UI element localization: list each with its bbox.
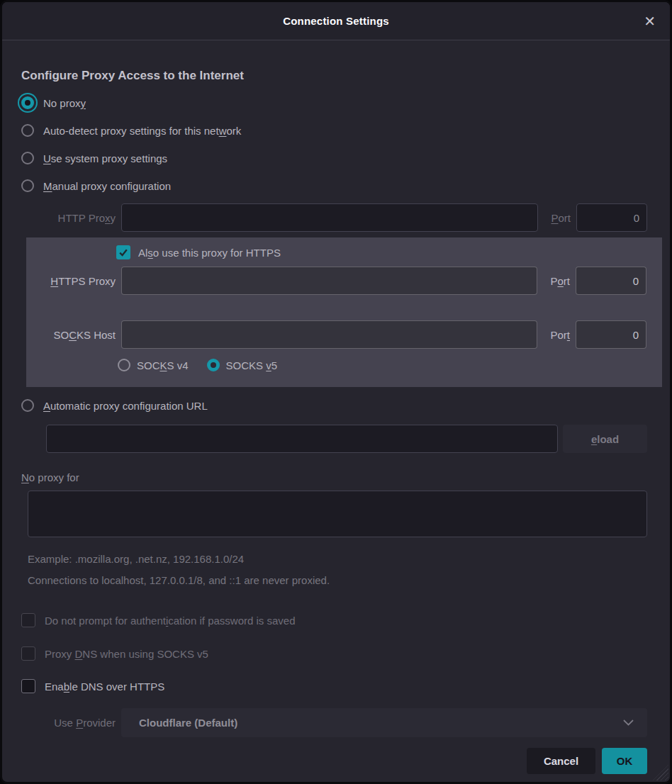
socks-host-input[interactable] [121,320,537,349]
doh-provider-row: Use Provider Cloudflare (Default) [21,708,647,737]
no-proxy-for-textarea[interactable] [28,491,647,537]
https-proxy-row: HTTPS Proxy Port [27,267,646,295]
http-proxy-row: HTTP Proxy Port [21,203,647,232]
socks-port-label: Port [543,329,570,341]
reload-button[interactable]: eload [563,425,647,453]
http-proxy-label: HTTP Proxy [27,212,116,224]
page-title: Configure Proxy Access to the Internet [21,69,647,83]
connection-settings-dialog: Connection Settings ✕ Configure Proxy Ac… [0,0,672,784]
socks-version-row: SOCKS v4 SOCKS v5 [118,357,646,373]
http-proxy-input[interactable] [121,203,538,232]
auto-url-input[interactable] [46,425,558,453]
radio-row-no-proxy[interactable]: No proxy [21,94,647,111]
no-prompt-auth-row[interactable]: Do not prompt for authentication if pass… [21,612,647,628]
provider-selected-value: Cloudflare (Default) [139,717,622,729]
enable-doh-checkbox[interactable] [21,679,35,693]
auto-url-row: eload [46,425,647,453]
dialog-button-row: Cancel OK [21,748,647,774]
no-proxy-radio[interactable] [21,96,34,109]
auto-detect-label: Auto-detect proxy settings for this netw… [43,125,241,137]
socks-v4-option[interactable]: SOCKS v4 [118,359,189,371]
dialog-title: Connection Settings [283,15,389,27]
socks-v5-radio[interactable] [207,359,220,371]
radio-row-manual-proxy[interactable]: Manual proxy configuration [21,177,647,194]
proxy-dns-checkbox[interactable] [21,646,35,661]
also-https-checkbox[interactable] [116,245,130,259]
system-proxy-radio[interactable] [21,152,34,164]
dialog-content: Configure Proxy Access to the Internet N… [2,40,670,782]
chevron-down-icon [622,719,634,727]
provider-dropdown[interactable]: Cloudflare (Default) [121,708,647,737]
manual-proxy-radio[interactable] [21,179,34,192]
auto-detect-radio[interactable] [21,124,34,137]
also-https-row[interactable]: Also use this proxy for HTTPS [116,245,646,260]
no-prompt-auth-checkbox[interactable] [21,613,35,627]
http-port-label: Port [544,212,571,224]
socks-v5-option[interactable]: SOCKS v5 [207,359,278,371]
proxy-dns-row[interactable]: Proxy DNS when using SOCKS v5 [21,646,647,661]
https-proxy-input[interactable] [121,267,537,295]
no-proxy-label: No proxy [43,97,86,109]
localhost-note-text: Connections to localhost, 127.0.0.1/8, a… [28,574,647,586]
ok-button[interactable]: OK [602,748,647,774]
no-proxy-for-label: No proxy for [21,471,647,483]
https-proxy-label: HTTPS Proxy [27,275,116,287]
dialog-titlebar: Connection Settings ✕ [2,2,670,40]
proxy-dns-label: Proxy DNS when using SOCKS v5 [45,648,208,660]
socks-v5-label: SOCKS v5 [226,359,278,371]
manual-proxy-label: Manual proxy configuration [43,180,171,192]
system-proxy-label: Use system proxy settings [43,152,167,164]
socks-host-label: SOCKS Host [27,329,116,341]
https-port-label: Port [543,275,570,287]
auto-url-label: Automatic proxy configuration URL [43,400,208,412]
close-icon[interactable]: ✕ [644,14,656,28]
auto-url-radio[interactable] [21,399,34,412]
radio-row-auto-detect[interactable]: Auto-detect proxy settings for this netw… [21,122,647,139]
use-provider-label: Use Provider [27,717,116,729]
radio-row-system-proxy[interactable]: Use system proxy settings [21,150,647,167]
socks-port-input[interactable] [576,320,646,349]
checkmark-icon [118,247,128,257]
enable-doh-label: Enable DNS over HTTPS [45,681,164,693]
no-proxy-example-text: Example: .mozilla.org, .net.nz, 192.168.… [28,553,647,565]
highlighted-region: Also use this proxy for HTTPS HTTPS Prox… [26,237,662,387]
cancel-button[interactable]: Cancel [527,748,595,774]
also-https-label: Also use this proxy for HTTPS [138,247,281,259]
http-port-input[interactable] [576,203,647,232]
https-port-input[interactable] [576,267,646,295]
socks-v4-label: SOCKS v4 [137,359,189,371]
enable-doh-row[interactable]: Enable DNS over HTTPS [21,678,647,694]
no-prompt-auth-label: Do not prompt for authentication if pass… [45,615,296,627]
socks-v4-radio[interactable] [118,359,130,371]
radio-row-auto-url[interactable]: Automatic proxy configuration URL [21,397,647,414]
socks-host-row: SOCKS Host Port [27,320,646,349]
